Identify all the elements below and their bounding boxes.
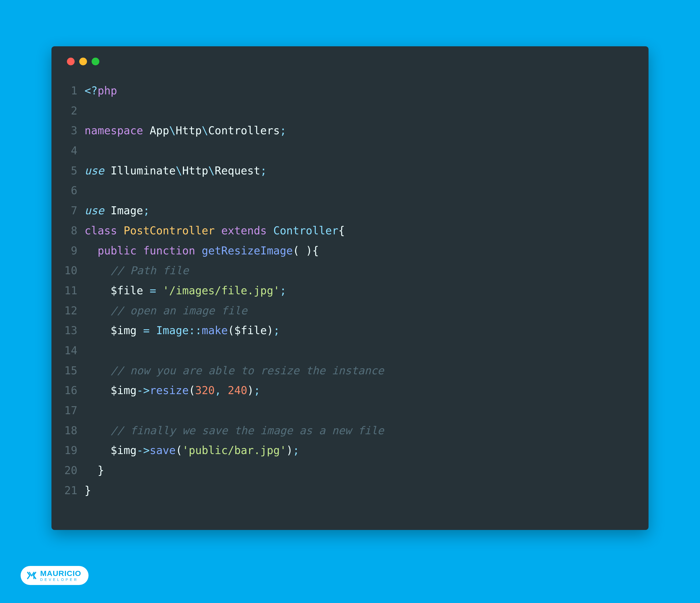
code-token: namespace xyxy=(85,124,143,137)
line-number: 10 xyxy=(64,261,77,281)
line-number: 13 xyxy=(64,320,77,341)
code-token: ; xyxy=(273,324,280,337)
code-line: class PostController extends Controller{ xyxy=(85,221,636,241)
code-token xyxy=(195,244,201,257)
code-token: 320 xyxy=(195,384,215,397)
code-token: $img xyxy=(111,324,136,337)
code-token: = xyxy=(150,284,156,297)
code-line xyxy=(85,341,636,361)
line-number: 1 xyxy=(64,81,77,101)
code-token: function xyxy=(143,244,195,257)
code-token: ; xyxy=(254,384,260,397)
maximize-icon[interactable] xyxy=(92,58,99,65)
line-number: 3 xyxy=(64,121,77,141)
minimize-icon[interactable] xyxy=(79,58,87,65)
code-token xyxy=(85,384,111,397)
line-number: 19 xyxy=(64,440,77,461)
code-token xyxy=(215,224,221,237)
code-token: Image xyxy=(156,324,189,337)
line-number: 6 xyxy=(64,181,77,201)
code-token: 'public/bar.jpg' xyxy=(182,444,286,456)
code-line: // Path file xyxy=(85,261,636,281)
code-token: <? xyxy=(85,84,98,97)
code-line: $file = '/images/file.jpg'; xyxy=(85,281,636,301)
code-token: make xyxy=(202,324,228,337)
code-token: Request xyxy=(215,164,260,177)
code-token: ( xyxy=(228,324,234,337)
code-token xyxy=(143,284,150,297)
code-line: // open an image file xyxy=(85,301,636,321)
code-token: Illuminate xyxy=(104,164,176,177)
code-token: Controllers xyxy=(208,124,280,137)
code-token: ) xyxy=(286,444,293,456)
code-content[interactable]: <?php namespace App\Http\Controllers; us… xyxy=(85,81,636,500)
code-line: use Illuminate\Http\Request; xyxy=(85,161,636,181)
line-number: 18 xyxy=(64,421,77,441)
code-token: -> xyxy=(136,384,150,397)
line-number: 21 xyxy=(64,480,77,501)
code-line: <?php xyxy=(85,81,636,101)
code-token xyxy=(85,364,111,377)
code-token: ; xyxy=(293,444,299,456)
code-token xyxy=(150,324,156,337)
code-token: App xyxy=(143,124,169,137)
code-token: php xyxy=(98,84,117,97)
line-number: 15 xyxy=(64,361,77,381)
code-token xyxy=(85,444,111,456)
code-token: :: xyxy=(189,324,202,337)
code-token: resize xyxy=(150,384,189,397)
line-number: 14 xyxy=(64,341,77,361)
code-line: $img->save('public/bar.jpg'); xyxy=(85,440,636,461)
code-token: ) xyxy=(247,384,254,397)
line-number: 20 xyxy=(64,461,77,480)
close-icon[interactable] xyxy=(67,58,75,65)
code-line: } xyxy=(85,461,636,480)
code-token: class xyxy=(85,224,117,237)
line-number-gutter: 123456789101112131415161718192021 xyxy=(64,81,85,500)
code-token: Http xyxy=(176,124,202,137)
code-token: { xyxy=(339,224,345,237)
code-token xyxy=(117,224,124,237)
code-token xyxy=(136,244,143,257)
code-token: \ xyxy=(169,124,176,137)
code-token xyxy=(136,324,143,337)
badge-name: MAURICIO xyxy=(40,570,81,577)
code-token xyxy=(85,244,98,257)
line-number: 17 xyxy=(64,400,77,421)
code-token: , xyxy=(215,384,221,397)
code-line xyxy=(85,101,636,121)
code-token: $file xyxy=(111,284,143,297)
code-line: namespace App\Http\Controllers; xyxy=(85,121,636,141)
code-line: $img = Image::make($file); xyxy=(85,320,636,341)
code-token xyxy=(85,464,98,477)
code-token: $file xyxy=(234,324,267,337)
code-token xyxy=(85,304,111,317)
code-token: ( xyxy=(189,384,195,397)
code-token xyxy=(85,424,111,437)
line-number: 7 xyxy=(64,201,77,221)
code-token: \ xyxy=(202,124,208,137)
code-token: ( ) xyxy=(293,244,312,257)
code-token: PostController xyxy=(124,224,215,237)
line-number: 16 xyxy=(64,381,77,400)
code-token: ) xyxy=(267,324,273,337)
code-token: Image xyxy=(104,204,143,217)
code-token: ( xyxy=(176,444,182,456)
code-token xyxy=(85,324,111,337)
code-token: ; xyxy=(280,284,286,297)
code-line xyxy=(85,141,636,161)
code-token: ; xyxy=(143,204,150,217)
code-token: extends xyxy=(221,224,267,237)
code-line: public function getResizeImage( ){ xyxy=(85,241,636,261)
code-editor-window: 123456789101112131415161718192021 <?php … xyxy=(51,46,649,530)
line-number: 2 xyxy=(64,101,77,121)
code-token: // finally we save the image as a new fi… xyxy=(111,424,384,437)
line-number: 5 xyxy=(64,161,77,181)
code-token: '/images/file.jpg' xyxy=(162,284,280,297)
logo-icon xyxy=(26,570,37,581)
code-area: 123456789101112131415161718192021 <?php … xyxy=(64,81,636,500)
line-number: 9 xyxy=(64,241,77,261)
code-token: \ xyxy=(176,164,182,177)
code-line: use Image; xyxy=(85,201,636,221)
author-badge: MAURICIO DEVELOPER xyxy=(21,566,89,585)
